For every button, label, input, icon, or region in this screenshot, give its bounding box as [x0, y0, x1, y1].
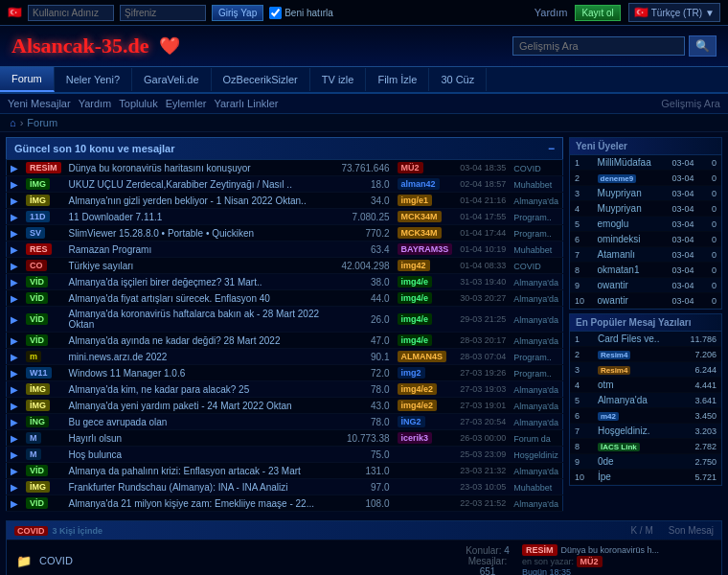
member-name[interactable]: okmatan1	[598, 264, 640, 275]
member-name[interactable]: deneme9	[598, 174, 637, 183]
new-members-section: Yeni Üyeler 1 MilliMüdafaa 03-04 0 2 den…	[569, 137, 722, 310]
breadcrumb-forum[interactable]: Forum	[27, 117, 57, 128]
post-cat[interactable]: Almanya'da	[513, 499, 558, 509]
post-title[interactable]: Almanya'nın gizli yerden bekliyor - 1 Ni…	[69, 196, 307, 206]
post-cat[interactable]: Hoşgeldiniz	[513, 450, 558, 460]
nav-neler-yeni[interactable]: Neler Yeni?	[55, 68, 132, 91]
member-name[interactable]: owantir	[598, 295, 628, 306]
post-title[interactable]: Windows 11 Manager 1.0.6	[69, 368, 186, 379]
member-name[interactable]: Muypriyan	[598, 188, 642, 198]
covid-row-title[interactable]: COVID	[39, 555, 453, 566]
popular-post-name[interactable]: Card Files ve..	[598, 334, 659, 344]
popular-post-name[interactable]: otm	[598, 380, 614, 390]
arrow-icon: ▶	[11, 449, 18, 460]
nav-30cuz[interactable]: 30 Cüz	[429, 68, 487, 91]
post-cat[interactable]: Almanya'da	[513, 294, 558, 304]
post-cat[interactable]: Almanya'da	[513, 385, 558, 395]
nav-ozbecerik[interactable]: OzBecerikSizler	[212, 68, 310, 91]
post-title[interactable]: Hoş bulunca	[69, 449, 123, 460]
list-item: 3 Muypriyan 03-04 0	[570, 186, 721, 201]
member-name[interactable]: emoglu	[598, 218, 629, 229]
post-title[interactable]: Dünya bu koronavirüs haritasını konuşuyo…	[69, 163, 251, 173]
post-cat[interactable]: Muhabbet	[513, 483, 552, 493]
subnav-yardim[interactable]: Yardım	[79, 98, 112, 109]
post-cat[interactable]: Almanya'da	[513, 278, 558, 288]
post-cat[interactable]: Muhabbet	[513, 180, 552, 190]
post-cat[interactable]: COVID	[513, 262, 541, 271]
post-cat[interactable]: Muhabbet	[513, 245, 552, 255]
last-post-title[interactable]: Dünya bu koronavirüs h...	[561, 545, 660, 555]
home-icon[interactable]: ⌂	[10, 117, 16, 128]
post-title[interactable]: Bu gece avrupada olan	[69, 417, 168, 427]
search-button[interactable]: 🔍	[689, 35, 717, 57]
popular-post-name[interactable]: 0de	[598, 456, 614, 467]
post-replies: 47.0	[337, 333, 393, 349]
popular-post-name[interactable]: Resim4	[598, 366, 630, 375]
member-name[interactable]: owantir	[598, 280, 628, 290]
guncel-toggle[interactable]: −	[548, 142, 555, 155]
post-cat[interactable]: Almanya'da	[513, 402, 558, 411]
post-cat[interactable]: Forum da	[513, 434, 551, 444]
nav-filmizle[interactable]: Film İzle	[366, 68, 429, 91]
member-name[interactable]: Muypriyan	[598, 203, 642, 214]
post-title[interactable]: Almanya'da ayında ne kadar değdi? 28 Mar…	[69, 335, 281, 346]
post-title[interactable]: SlimViewer 15.28.8.0 • Portable • Quicki…	[69, 228, 255, 239]
subnav-eylemler[interactable]: Eylemler	[166, 98, 207, 109]
search-input[interactable]	[512, 36, 685, 56]
post-cat[interactable]: Almanya'da	[513, 196, 558, 206]
post-title[interactable]: mini.news.arzı.de 2022	[69, 352, 168, 362]
right-panel: Yeni Üyeler 1 MilliMüdafaa 03-04 0 2 den…	[569, 137, 722, 512]
popular-post-name[interactable]: İpe	[598, 472, 611, 482]
post-title[interactable]: Ramazan Programı	[69, 244, 152, 255]
post-title[interactable]: Almanya'da fiyat artışları sürecek. Enfl…	[69, 293, 270, 304]
post-title[interactable]: Frankfurter Rundschau (Almanya): INA - I…	[69, 482, 288, 493]
post-cat[interactable]: Program..	[513, 229, 552, 239]
post-title[interactable]: Türkiye sayıları	[69, 261, 134, 271]
arrow-icon: ▶	[11, 228, 18, 239]
post-cat[interactable]: Almanya'da	[513, 315, 558, 325]
login-button[interactable]: Giriş Yap	[212, 5, 263, 21]
subnav-yeni-mesajlar[interactable]: Yeni Mesajlar	[8, 98, 71, 109]
member-name[interactable]: omindeksi	[598, 234, 641, 244]
post-cat[interactable]: Program..	[513, 213, 552, 222]
post-title[interactable]: Almanya'da yeni yardım paketi - 24 Mart …	[69, 401, 292, 411]
post-title[interactable]: Almanya'da işçileri birer değeçmez? 31 M…	[69, 277, 262, 288]
member-name[interactable]: MilliMüdafaa	[598, 157, 651, 168]
nav-garaveli[interactable]: GaraVeli.de	[132, 68, 211, 91]
post-title[interactable]: 11 Downloader 7.11.1	[69, 212, 163, 222]
cat-badge: icerik3	[398, 432, 433, 444]
post-title[interactable]: Almanya'da kim, ne kadar para alacak? 25	[69, 384, 250, 395]
post-title[interactable]: Almanya'da 21 milyon kişiye zam: Emeklii…	[69, 498, 314, 509]
post-title[interactable]: UKUZ UÇLU Zerdecal,Karabiber Zeytinyağı …	[69, 179, 292, 190]
help-link[interactable]: Yardım	[535, 7, 568, 18]
post-date: 01-04 17:44	[456, 225, 510, 242]
username-input[interactable]	[28, 5, 114, 21]
remember-me-checkbox[interactable]	[269, 7, 282, 19]
popular-post-name[interactable]: Resim4	[598, 351, 630, 359]
post-title[interactable]: Almanya da pahalınn krizi: Enflasyon art…	[69, 466, 301, 476]
post-title[interactable]: Hayırlı olsun	[69, 433, 123, 444]
post-cat[interactable]: COVID	[513, 164, 541, 173]
popular-post-name[interactable]: Almanya'da	[598, 395, 648, 405]
post-cat[interactable]: Program..	[513, 353, 552, 362]
popular-post-name[interactable]: Hoşgeldiniz.	[598, 426, 649, 436]
popular-post-name[interactable]: m42	[598, 412, 619, 421]
post-replies: 42.004.298	[337, 258, 393, 274]
post-cat[interactable]: Program..	[513, 369, 552, 379]
post-cat[interactable]: Almanya'da	[513, 418, 558, 427]
post-badge: İMG	[26, 383, 50, 395]
password-input[interactable]	[120, 5, 206, 21]
lang-button[interactable]: 🇹🇷 Türkçe (TR) ▼	[628, 3, 720, 22]
nav-forum[interactable]: Forum	[0, 67, 55, 92]
popular-post-name[interactable]: İACS Link	[598, 443, 640, 451]
subnav-linkler[interactable]: Yararlı Linkler	[214, 98, 278, 109]
subnav-topluluk[interactable]: Topluluk	[119, 98, 157, 109]
post-cat[interactable]: Almanya'da	[513, 467, 558, 476]
member-name[interactable]: Atamanlı	[598, 249, 635, 260]
post-title[interactable]: Almanya'da koronavirüs haftalarca bakın …	[69, 309, 320, 330]
register-button[interactable]: Kayıt ol	[575, 5, 620, 21]
post-cat[interactable]: Almanya'da	[513, 336, 558, 346]
list-item: 4 Muypriyan 03-04 0	[570, 201, 721, 217]
nav-tvizle[interactable]: TV izle	[310, 68, 367, 91]
arrow-icon: ▶	[11, 314, 18, 325]
